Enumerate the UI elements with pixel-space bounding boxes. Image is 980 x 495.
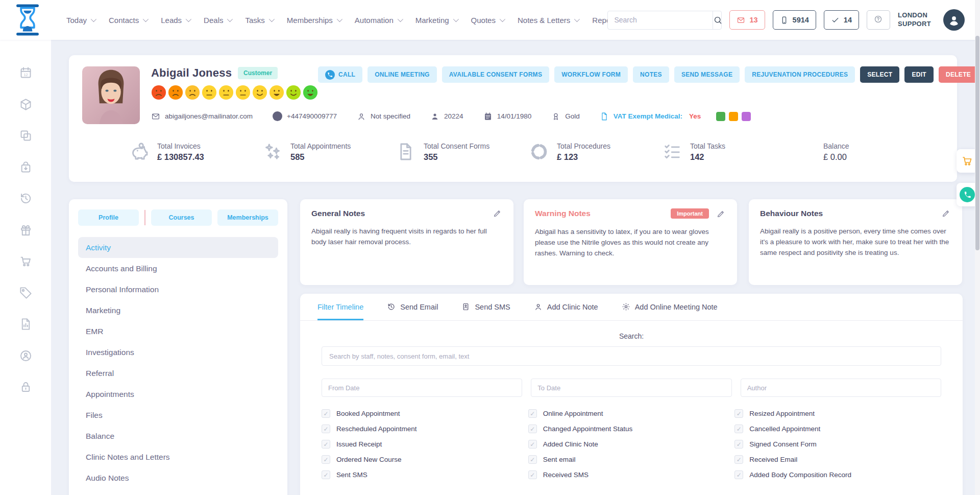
mood-face-icon[interactable] bbox=[168, 85, 183, 100]
tab-courses[interactable]: Courses bbox=[151, 209, 212, 226]
nav-item[interactable]: Notes & Letters bbox=[518, 16, 578, 25]
sidebar-item[interactable]: Activity bbox=[78, 237, 278, 258]
tab-memberships[interactable]: Memberships bbox=[217, 209, 278, 226]
delete-button[interactable]: DELETE bbox=[939, 66, 978, 83]
timeline-tab[interactable]: Add Online Meeting Note bbox=[622, 294, 718, 320]
checkbox[interactable] bbox=[322, 425, 330, 433]
mood-face-icon[interactable] bbox=[185, 85, 200, 100]
checkbox[interactable] bbox=[322, 440, 330, 449]
mood-face-icon[interactable] bbox=[303, 85, 318, 100]
checkbox[interactable] bbox=[322, 409, 330, 418]
checkbox[interactable] bbox=[322, 470, 330, 479]
checkbox[interactable] bbox=[528, 440, 537, 449]
sidebar-item[interactable]: Investigations bbox=[78, 342, 278, 363]
user-avatar[interactable] bbox=[943, 9, 965, 31]
checkbox[interactable] bbox=[528, 425, 537, 433]
checkbox[interactable] bbox=[734, 455, 743, 464]
nav-item[interactable]: Quotes bbox=[471, 16, 504, 25]
scrollbar-thumb[interactable] bbox=[975, 36, 979, 250]
tasks-badge[interactable]: 14 bbox=[824, 10, 859, 30]
checkbox-item[interactable]: Received Email bbox=[734, 455, 941, 464]
color-tag[interactable] bbox=[729, 112, 738, 121]
checkbox[interactable] bbox=[734, 440, 743, 449]
help-button[interactable] bbox=[867, 10, 890, 30]
rail-item[interactable] bbox=[0, 340, 51, 372]
nav-item[interactable]: Deals bbox=[204, 16, 231, 25]
sidebar-item[interactable]: Marketing bbox=[78, 300, 278, 321]
action-button[interactable]: WORKFLOW FORM bbox=[554, 66, 628, 83]
edit-pencil-icon[interactable] bbox=[941, 208, 951, 218]
filter-input[interactable] bbox=[531, 379, 731, 397]
sidebar-item[interactable]: Audio Notes bbox=[78, 467, 278, 488]
nav-item[interactable]: Automation bbox=[355, 16, 402, 25]
rail-item[interactable] bbox=[0, 183, 51, 215]
call-button[interactable]: CALL bbox=[318, 66, 362, 83]
filter-input[interactable] bbox=[322, 379, 522, 397]
checkbox-item[interactable]: Issued Receipt bbox=[322, 440, 528, 449]
checkbox-item[interactable]: Added Clinic Note bbox=[528, 440, 735, 449]
mood-face-icon[interactable] bbox=[252, 85, 267, 100]
mood-face-icon[interactable] bbox=[151, 85, 166, 100]
rail-item[interactable] bbox=[0, 371, 51, 403]
search-icon[interactable] bbox=[713, 11, 722, 29]
nav-item[interactable]: Memberships bbox=[287, 16, 341, 25]
rail-item[interactable] bbox=[0, 120, 51, 152]
action-button[interactable]: AVAILABLE CONSENT FORMS bbox=[442, 66, 549, 83]
sidebar-item[interactable]: Appointments bbox=[78, 384, 278, 405]
checkbox-item[interactable]: Sent email bbox=[528, 455, 735, 464]
global-search-input[interactable] bbox=[608, 16, 713, 24]
sidebar-item[interactable]: Accounts and Billing bbox=[78, 258, 278, 279]
rail-item[interactable] bbox=[0, 309, 51, 340]
color-tag[interactable] bbox=[742, 112, 751, 121]
sidebar-item[interactable]: EMR bbox=[78, 321, 278, 342]
sidebar-item[interactable]: Personal Information bbox=[78, 279, 278, 300]
tab-profile[interactable]: Profile bbox=[78, 209, 139, 226]
checkbox-item[interactable]: Changed Appointment Status bbox=[528, 425, 735, 433]
nav-item[interactable]: Contacts bbox=[109, 16, 147, 25]
edit-pencil-icon[interactable] bbox=[716, 209, 726, 219]
checkbox[interactable] bbox=[322, 455, 330, 464]
checkbox-item[interactable]: Added Body Composition Record bbox=[734, 470, 941, 479]
checkbox[interactable] bbox=[734, 425, 743, 433]
page-scrollbar[interactable] bbox=[975, 0, 980, 495]
mood-face-icon[interactable] bbox=[286, 85, 301, 100]
rail-item[interactable] bbox=[0, 246, 51, 277]
sidebar-item[interactable]: Files bbox=[78, 405, 278, 426]
checkbox[interactable] bbox=[734, 470, 743, 479]
rail-item[interactable] bbox=[0, 152, 51, 183]
checkbox-item[interactable]: Sent SMS bbox=[322, 470, 528, 479]
checkbox[interactable] bbox=[734, 409, 743, 418]
messages-badge[interactable]: 13 bbox=[729, 10, 765, 30]
action-button[interactable]: EDIT bbox=[904, 66, 934, 83]
sidebar-item[interactable]: Drinks bbox=[78, 488, 278, 495]
nav-item[interactable]: Today bbox=[66, 16, 95, 25]
timeline-tab[interactable]: Add Clinic Note bbox=[534, 294, 598, 320]
checkbox[interactable] bbox=[528, 409, 537, 418]
color-tag[interactable] bbox=[716, 112, 725, 121]
action-button[interactable]: SEND MESSAGE bbox=[674, 66, 740, 83]
edit-pencil-icon[interactable] bbox=[493, 208, 502, 218]
mood-face-icon[interactable] bbox=[269, 85, 284, 100]
sidebar-item[interactable]: Balance bbox=[78, 426, 278, 446]
mood-face-icon[interactable] bbox=[218, 85, 234, 100]
timeline-tab[interactable]: Send Email bbox=[387, 294, 438, 320]
action-button[interactable]: ONLINE MEETING bbox=[368, 66, 437, 83]
rail-item[interactable]: 12 bbox=[0, 57, 51, 89]
timeline-tab[interactable]: Send SMS bbox=[461, 294, 510, 320]
sidebar-item[interactable]: Clinic Notes and Letters bbox=[78, 446, 278, 467]
timeline-search-input[interactable] bbox=[322, 346, 941, 366]
hourglass-logo-icon[interactable] bbox=[13, 4, 42, 36]
checkbox-item[interactable]: Resized Appointment bbox=[734, 409, 941, 418]
action-button[interactable]: NOTES bbox=[633, 66, 669, 83]
mood-face-icon[interactable] bbox=[235, 85, 251, 100]
filter-input[interactable] bbox=[741, 379, 941, 397]
nav-item[interactable]: Leads bbox=[161, 16, 190, 25]
rail-item[interactable] bbox=[0, 277, 51, 309]
rail-item[interactable] bbox=[0, 215, 51, 246]
checkbox[interactable] bbox=[528, 455, 537, 464]
checkbox-item[interactable]: Ordered New Course bbox=[322, 455, 528, 464]
sms-credits-badge[interactable]: 5914 bbox=[773, 10, 816, 30]
checkbox-item[interactable]: Signed Consent Form bbox=[734, 440, 941, 449]
checkbox-item[interactable]: Received SMS bbox=[528, 470, 735, 479]
checkbox-item[interactable]: Cancelled Appointment bbox=[734, 425, 941, 433]
